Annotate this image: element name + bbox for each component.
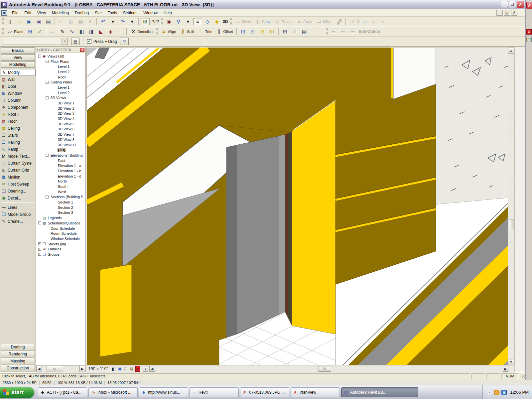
background-close-button[interactable]: ✗ [526, 2, 532, 9]
canvas-horizontal-scrollbar[interactable] [155, 366, 503, 372]
attach-base-button[interactable]: ⊡ [268, 28, 277, 35]
sidebar-item-floor[interactable]: ▩Floor [0, 118, 36, 125]
design-tab-massing[interactable]: Massing [1, 358, 35, 364]
mdi-close-button[interactable]: ✗ [511, 10, 517, 16]
design-tab-drafting[interactable]: Drafting [1, 344, 35, 350]
open-button[interactable]: ▱ [15, 18, 24, 25]
design-option-3-button[interactable]: ☰ [348, 28, 357, 35]
3d-view-canvas[interactable] [86, 48, 508, 365]
sidebar-item-opening[interactable]: ❑Opening... [0, 188, 36, 195]
tree-node[interactable]: -3D Views [36, 95, 85, 101]
tray-clock-icon[interactable]: ◷ [494, 390, 499, 395]
model-graphics-icon[interactable]: ▣ [118, 366, 122, 371]
sidebar-item-curtain-system[interactable]: ◇Curtain Syste [0, 160, 36, 167]
redo-button[interactable]: ↷ [118, 18, 127, 25]
scrollbar-thumb[interactable] [47, 366, 64, 372]
print-button[interactable]: ▤ [44, 18, 53, 25]
close-icon[interactable]: ✗ [526, 29, 532, 35]
sidebar-item-door[interactable]: ◧Door [0, 83, 36, 90]
sidebar-item-lines[interactable]: ↝Lines [0, 204, 36, 211]
pin-button[interactable]: ↓ [369, 18, 378, 25]
tree-node[interactable]: Door Schedule [36, 226, 85, 231]
tree-node[interactable]: -Elevations (Building [36, 153, 85, 158]
menu-help[interactable]: Help [161, 10, 175, 16]
design-option-1-button[interactable]: ☰ [329, 28, 338, 35]
tree-node[interactable]: -Sections (Building S [36, 195, 85, 200]
tray-chevron-icon[interactable]: « [487, 390, 492, 395]
taskbar-task[interactable]: ◷Inbox - Microsoft ... [88, 387, 138, 397]
menu-site[interactable]: Site [92, 10, 105, 16]
void-form-button[interactable]: ▫ [116, 28, 125, 35]
grid-button[interactable]: ⊞ [26, 28, 35, 35]
tree-node[interactable]: Window Schedule [36, 236, 85, 241]
sidebar-item-modify[interactable]: ⇖Modify [0, 69, 36, 76]
match-type-button[interactable]: ✎ [58, 28, 67, 35]
copy-tool-button[interactable]: ▥Copy [253, 18, 272, 25]
toolbar-grip[interactable] [161, 18, 163, 25]
tree-node[interactable]: Section 2 [36, 205, 85, 210]
help-mode-button[interactable]: ↖? [150, 18, 159, 25]
tree-node[interactable]: -▦Schedules/Quantitie [36, 220, 85, 226]
solid-form-button[interactable]: ◈ [106, 28, 115, 35]
menu-tools[interactable]: Tools [105, 10, 120, 16]
window-maximize-button[interactable]: ❐ [509, 1, 516, 8]
tree-node[interactable]: 3D View 1 [36, 100, 85, 106]
menu-modelling[interactable]: Modelling [49, 10, 72, 16]
sidebar-item-stairs[interactable]: ☰Stairs [0, 132, 36, 139]
tree-node[interactable]: Level 1 [36, 85, 85, 90]
window-close-button[interactable]: ✗ [517, 1, 524, 8]
tree-node[interactable]: 3D View 11 [36, 142, 85, 148]
tree-node[interactable]: +▣Families [36, 246, 85, 252]
expand-icon[interactable]: + [38, 242, 41, 245]
expand-icon[interactable]: + [38, 248, 41, 251]
default-3d-view-button[interactable]: ◇ [203, 18, 212, 25]
toolbar-grip[interactable] [2, 28, 4, 35]
design-tab-view[interactable]: View [1, 54, 35, 61]
tree-node[interactable]: 3D View 7 [36, 132, 85, 137]
new-button[interactable]: ▯ [5, 18, 14, 25]
scroll-left-arrow[interactable]: ◀ [149, 366, 155, 372]
taskbar-task[interactable]: ▥Autodesk Revit Bu... [341, 387, 418, 397]
menu-window[interactable]: Window [140, 10, 161, 16]
scroll-right-arrow[interactable]: ▶ [503, 366, 508, 372]
sidebar-item-ramp[interactable]: ◺Ramp [0, 146, 36, 153]
rotate-button[interactable]: ↻Rotate [273, 18, 294, 25]
array-button[interactable]: ≡Array [295, 18, 314, 25]
menu-file[interactable]: File [9, 10, 21, 16]
zoom-dropdown[interactable]: ▾ [184, 18, 193, 25]
tree-node[interactable]: Level 2 [36, 69, 85, 74]
scale-label[interactable]: 1/8" = 1'-0" [88, 366, 108, 371]
scroll-left-arrow[interactable]: ◀ [36, 366, 42, 372]
mdi-minimize-button[interactable]: _ [496, 10, 503, 16]
tree-node[interactable]: South [36, 184, 85, 189]
tree-node[interactable]: 3D View 8 [36, 137, 85, 142]
move-button[interactable]: ↔Move [233, 18, 253, 25]
resize-grip[interactable] [520, 374, 525, 378]
collapse-icon[interactable]: - [46, 196, 49, 199]
paint-button[interactable]: ◣ [96, 28, 105, 35]
taskbar-task[interactable]: ◆ACT! - [Tpc1 - Ca... [38, 387, 87, 397]
sidebar-item-window[interactable]: ⊞Window [0, 90, 36, 97]
group-button[interactable]: ⊡Group [348, 18, 368, 25]
crop-region-icon[interactable]: ⊠ [130, 366, 133, 371]
sidebar-item-column[interactable]: ▯Column [0, 97, 36, 104]
cut-button[interactable]: ✂ [57, 18, 66, 25]
press-drag-checkbox[interactable]: ✓ [87, 39, 91, 44]
collapse-icon[interactable]: - [46, 96, 49, 99]
door-tag-button[interactable]: ◧ [77, 28, 86, 35]
sidebar-item-mullion[interactable]: ▦Mullion [0, 174, 36, 181]
redo-dropdown[interactable]: ▾ [128, 18, 137, 25]
tree-node[interactable]: Level 1 [36, 64, 85, 69]
design-tab-basics[interactable]: Basics [1, 47, 35, 54]
toolbar-grip[interactable] [156, 28, 158, 35]
cut-geometry-button[interactable]: ⊟ [281, 28, 290, 35]
tree-node[interactable]: Roof [36, 74, 85, 80]
sidebar-item-create[interactable]: ✎Create... [0, 218, 36, 225]
toolbar-grip[interactable] [2, 18, 4, 25]
trim-button[interactable]: ⊥Trim [197, 28, 214, 35]
tree-node[interactable]: Elevation 1 - b [36, 168, 85, 174]
sidebar-item-curtain-grid[interactable]: ⊞Curtain Grid [0, 167, 36, 174]
press-drag-option[interactable]: ✓ Press + Drag [87, 39, 117, 44]
sidebar-item-component[interactable]: ❖Component [0, 104, 36, 111]
type-selector-combobox[interactable]: ▼ [3, 38, 68, 45]
